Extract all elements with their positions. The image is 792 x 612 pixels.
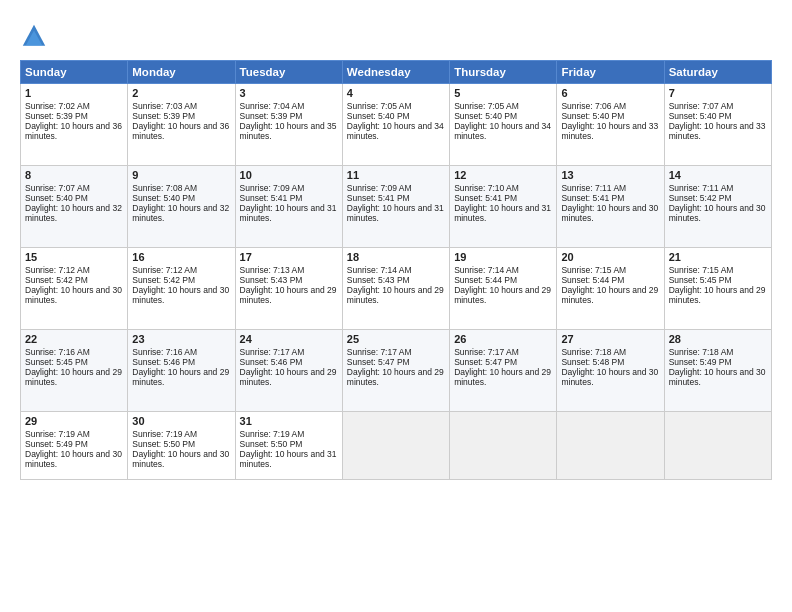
calendar-cell-17: 17Sunrise: 7:13 AMSunset: 5:43 PMDayligh…	[235, 248, 342, 330]
day-number: 7	[669, 87, 767, 99]
header-cell-tuesday: Tuesday	[235, 61, 342, 84]
day-number: 27	[561, 333, 659, 345]
calendar-cell-31: 31Sunrise: 7:19 AMSunset: 5:50 PMDayligh…	[235, 412, 342, 480]
day-info: Sunrise: 7:14 AMSunset: 5:44 PMDaylight:…	[454, 265, 551, 305]
day-info: Sunrise: 7:04 AMSunset: 5:39 PMDaylight:…	[240, 101, 337, 141]
day-info: Sunrise: 7:11 AMSunset: 5:41 PMDaylight:…	[561, 183, 658, 223]
header-cell-wednesday: Wednesday	[342, 61, 449, 84]
calendar-cell-14: 14Sunrise: 7:11 AMSunset: 5:42 PMDayligh…	[664, 166, 771, 248]
day-number: 8	[25, 169, 123, 181]
calendar-cell-empty	[557, 412, 664, 480]
calendar-cell-12: 12Sunrise: 7:10 AMSunset: 5:41 PMDayligh…	[450, 166, 557, 248]
day-info: Sunrise: 7:03 AMSunset: 5:39 PMDaylight:…	[132, 101, 229, 141]
day-number: 18	[347, 251, 445, 263]
day-number: 1	[25, 87, 123, 99]
header-cell-friday: Friday	[557, 61, 664, 84]
page: SundayMondayTuesdayWednesdayThursdayFrid…	[0, 0, 792, 612]
day-info: Sunrise: 7:12 AMSunset: 5:42 PMDaylight:…	[132, 265, 229, 305]
calendar-cell-2: 2Sunrise: 7:03 AMSunset: 5:39 PMDaylight…	[128, 84, 235, 166]
day-info: Sunrise: 7:14 AMSunset: 5:43 PMDaylight:…	[347, 265, 444, 305]
calendar-cell-empty	[342, 412, 449, 480]
day-info: Sunrise: 7:11 AMSunset: 5:42 PMDaylight:…	[669, 183, 766, 223]
day-number: 30	[132, 415, 230, 427]
day-number: 9	[132, 169, 230, 181]
calendar-cell-15: 15Sunrise: 7:12 AMSunset: 5:42 PMDayligh…	[21, 248, 128, 330]
header-row: SundayMondayTuesdayWednesdayThursdayFrid…	[21, 61, 772, 84]
day-info: Sunrise: 7:18 AMSunset: 5:48 PMDaylight:…	[561, 347, 658, 387]
day-info: Sunrise: 7:17 AMSunset: 5:46 PMDaylight:…	[240, 347, 337, 387]
calendar-cell-24: 24Sunrise: 7:17 AMSunset: 5:46 PMDayligh…	[235, 330, 342, 412]
day-info: Sunrise: 7:09 AMSunset: 5:41 PMDaylight:…	[240, 183, 337, 223]
calendar-row-2: 8Sunrise: 7:07 AMSunset: 5:40 PMDaylight…	[21, 166, 772, 248]
header-cell-thursday: Thursday	[450, 61, 557, 84]
calendar-cell-27: 27Sunrise: 7:18 AMSunset: 5:48 PMDayligh…	[557, 330, 664, 412]
day-info: Sunrise: 7:17 AMSunset: 5:47 PMDaylight:…	[454, 347, 551, 387]
calendar-row-1: 1Sunrise: 7:02 AMSunset: 5:39 PMDaylight…	[21, 84, 772, 166]
calendar-cell-25: 25Sunrise: 7:17 AMSunset: 5:47 PMDayligh…	[342, 330, 449, 412]
calendar-cell-9: 9Sunrise: 7:08 AMSunset: 5:40 PMDaylight…	[128, 166, 235, 248]
day-number: 15	[25, 251, 123, 263]
header-cell-monday: Monday	[128, 61, 235, 84]
calendar-cell-21: 21Sunrise: 7:15 AMSunset: 5:45 PMDayligh…	[664, 248, 771, 330]
day-info: Sunrise: 7:15 AMSunset: 5:44 PMDaylight:…	[561, 265, 658, 305]
calendar-cell-30: 30Sunrise: 7:19 AMSunset: 5:50 PMDayligh…	[128, 412, 235, 480]
day-info: Sunrise: 7:07 AMSunset: 5:40 PMDaylight:…	[669, 101, 766, 141]
day-number: 12	[454, 169, 552, 181]
day-info: Sunrise: 7:19 AMSunset: 5:50 PMDaylight:…	[240, 429, 337, 469]
calendar-row-4: 22Sunrise: 7:16 AMSunset: 5:45 PMDayligh…	[21, 330, 772, 412]
calendar-cell-18: 18Sunrise: 7:14 AMSunset: 5:43 PMDayligh…	[342, 248, 449, 330]
day-number: 2	[132, 87, 230, 99]
day-info: Sunrise: 7:02 AMSunset: 5:39 PMDaylight:…	[25, 101, 122, 141]
day-info: Sunrise: 7:15 AMSunset: 5:45 PMDaylight:…	[669, 265, 766, 305]
header	[20, 18, 772, 50]
day-info: Sunrise: 7:09 AMSunset: 5:41 PMDaylight:…	[347, 183, 444, 223]
day-info: Sunrise: 7:16 AMSunset: 5:45 PMDaylight:…	[25, 347, 122, 387]
calendar-cell-11: 11Sunrise: 7:09 AMSunset: 5:41 PMDayligh…	[342, 166, 449, 248]
day-number: 26	[454, 333, 552, 345]
day-info: Sunrise: 7:12 AMSunset: 5:42 PMDaylight:…	[25, 265, 122, 305]
calendar-cell-13: 13Sunrise: 7:11 AMSunset: 5:41 PMDayligh…	[557, 166, 664, 248]
day-number: 22	[25, 333, 123, 345]
day-number: 20	[561, 251, 659, 263]
day-info: Sunrise: 7:05 AMSunset: 5:40 PMDaylight:…	[454, 101, 551, 141]
day-info: Sunrise: 7:06 AMSunset: 5:40 PMDaylight:…	[561, 101, 658, 141]
day-number: 19	[454, 251, 552, 263]
day-number: 21	[669, 251, 767, 263]
calendar-cell-28: 28Sunrise: 7:18 AMSunset: 5:49 PMDayligh…	[664, 330, 771, 412]
day-number: 3	[240, 87, 338, 99]
day-number: 31	[240, 415, 338, 427]
day-number: 6	[561, 87, 659, 99]
day-info: Sunrise: 7:10 AMSunset: 5:41 PMDaylight:…	[454, 183, 551, 223]
calendar-cell-empty	[664, 412, 771, 480]
day-number: 25	[347, 333, 445, 345]
calendar-cell-23: 23Sunrise: 7:16 AMSunset: 5:46 PMDayligh…	[128, 330, 235, 412]
day-number: 16	[132, 251, 230, 263]
day-number: 11	[347, 169, 445, 181]
calendar-cell-8: 8Sunrise: 7:07 AMSunset: 5:40 PMDaylight…	[21, 166, 128, 248]
header-cell-sunday: Sunday	[21, 61, 128, 84]
day-number: 10	[240, 169, 338, 181]
day-info: Sunrise: 7:19 AMSunset: 5:49 PMDaylight:…	[25, 429, 122, 469]
day-number: 4	[347, 87, 445, 99]
day-info: Sunrise: 7:18 AMSunset: 5:49 PMDaylight:…	[669, 347, 766, 387]
calendar-cell-19: 19Sunrise: 7:14 AMSunset: 5:44 PMDayligh…	[450, 248, 557, 330]
calendar-cell-16: 16Sunrise: 7:12 AMSunset: 5:42 PMDayligh…	[128, 248, 235, 330]
calendar-cell-20: 20Sunrise: 7:15 AMSunset: 5:44 PMDayligh…	[557, 248, 664, 330]
calendar-cell-4: 4Sunrise: 7:05 AMSunset: 5:40 PMDaylight…	[342, 84, 449, 166]
calendar-cell-1: 1Sunrise: 7:02 AMSunset: 5:39 PMDaylight…	[21, 84, 128, 166]
day-number: 13	[561, 169, 659, 181]
logo	[20, 22, 50, 50]
day-number: 28	[669, 333, 767, 345]
calendar-cell-3: 3Sunrise: 7:04 AMSunset: 5:39 PMDaylight…	[235, 84, 342, 166]
calendar-cell-7: 7Sunrise: 7:07 AMSunset: 5:40 PMDaylight…	[664, 84, 771, 166]
calendar-cell-26: 26Sunrise: 7:17 AMSunset: 5:47 PMDayligh…	[450, 330, 557, 412]
calendar-row-5: 29Sunrise: 7:19 AMSunset: 5:49 PMDayligh…	[21, 412, 772, 480]
calendar-cell-10: 10Sunrise: 7:09 AMSunset: 5:41 PMDayligh…	[235, 166, 342, 248]
logo-icon	[20, 22, 48, 50]
calendar-table: SundayMondayTuesdayWednesdayThursdayFrid…	[20, 60, 772, 480]
day-info: Sunrise: 7:19 AMSunset: 5:50 PMDaylight:…	[132, 429, 229, 469]
calendar-cell-empty	[450, 412, 557, 480]
day-info: Sunrise: 7:08 AMSunset: 5:40 PMDaylight:…	[132, 183, 229, 223]
day-number: 17	[240, 251, 338, 263]
day-info: Sunrise: 7:07 AMSunset: 5:40 PMDaylight:…	[25, 183, 122, 223]
